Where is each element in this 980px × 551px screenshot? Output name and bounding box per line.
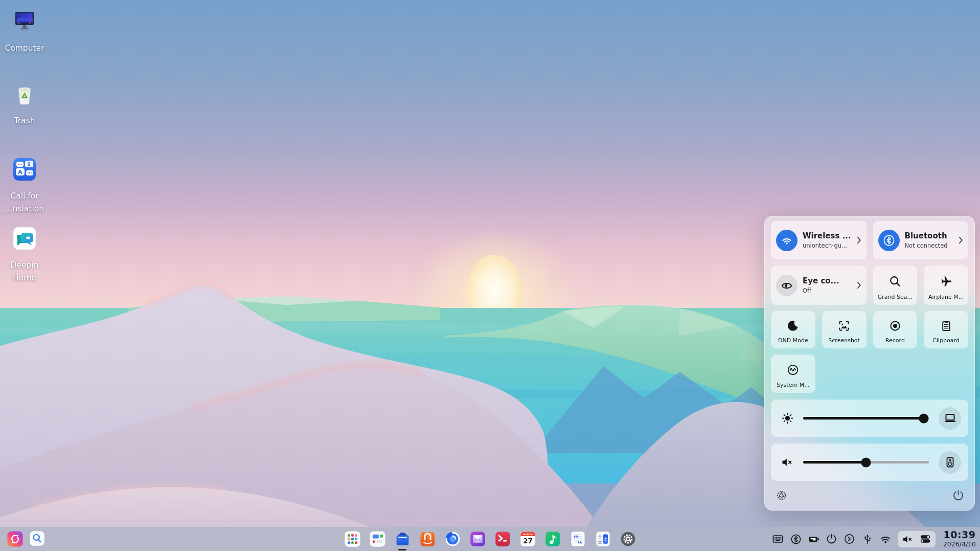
clock-time: 10:39 — [943, 530, 976, 540]
record-icon — [888, 311, 902, 337]
wireless-network-name: uniontech-gu... — [803, 242, 852, 249]
wifi-icon — [776, 230, 797, 251]
desktop-icon-call-for-translation[interactable]: 文 A Call for...nslation — [6, 157, 43, 215]
screenshot-tile[interactable]: Screenshot — [822, 311, 867, 348]
dock-item-control-center[interactable] — [620, 531, 636, 547]
browser-icon — [444, 531, 461, 547]
dock-item-file-manager[interactable] — [394, 531, 411, 547]
eye-comfort-status: Off — [803, 287, 852, 294]
dock-item-calculator[interactable] — [595, 531, 611, 547]
desktop: Computer Trash 文 A Call f — [0, 0, 980, 551]
dock-left — [7, 527, 46, 551]
bluetooth-card[interactable]: Bluetooth Not connected — [873, 221, 969, 259]
taskbar: MARCH 27 — [0, 527, 980, 551]
desktop-icon-trash[interactable]: Trash — [6, 81, 43, 127]
grand-search-tile[interactable]: Grand Sea... — [873, 266, 918, 305]
brightness-slider-thumb[interactable] — [919, 413, 929, 423]
deepin-home-icon — [12, 226, 37, 251]
dock-item-multitasking-view[interactable] — [369, 531, 386, 547]
dock-item-music[interactable] — [544, 531, 561, 547]
dock-item-mail[interactable] — [469, 531, 486, 547]
screenshot-icon — [837, 311, 851, 337]
calendar-icon: MARCH 27 — [519, 531, 536, 547]
power-icon — [952, 490, 964, 501]
desktop-icon-label: DeepinHome — [11, 259, 39, 284]
moon-icon — [786, 311, 800, 337]
multitasking-view-icon — [369, 531, 386, 547]
dock-item-text-editor[interactable] — [569, 531, 586, 547]
desktop-icon-computer[interactable]: Computer — [6, 9, 43, 55]
sound-output-button[interactable] — [939, 451, 961, 474]
clipboard-icon — [939, 311, 953, 337]
clock[interactable]: 10:39 2026/4/10 — [943, 530, 976, 548]
power-tray-icon[interactable] — [826, 534, 837, 545]
speaker-icon — [944, 456, 956, 469]
computer-icon — [12, 9, 37, 34]
search-icon — [888, 266, 902, 294]
volume-muted-icon — [781, 455, 794, 469]
dock-item-terminal[interactable] — [494, 531, 511, 547]
record-tile[interactable]: Record — [873, 311, 918, 348]
volume-slider[interactable] — [803, 461, 929, 464]
svg-text:A: A — [18, 169, 22, 175]
shutdown-button[interactable] — [951, 489, 965, 502]
desktop-icon-label: Call for...nslation — [5, 190, 44, 215]
wifi-tray-icon[interactable] — [880, 534, 891, 545]
wireless-title: Wireless ... — [803, 231, 852, 240]
music-icon — [544, 531, 561, 547]
clock-date: 2026/4/10 — [943, 541, 976, 548]
control-center-panel: Wireless ... uniontech-gu... Bluetooth N… — [764, 216, 975, 511]
control-center-footer — [765, 489, 974, 502]
dock-item-grand-search[interactable] — [29, 531, 46, 547]
system-monitor-tile[interactable]: System M... — [771, 355, 815, 393]
eye-comfort-title: Eye co... — [803, 276, 852, 285]
usb-icon[interactable] — [862, 534, 873, 545]
running-indicator — [398, 549, 406, 551]
calculator-icon — [595, 531, 611, 547]
dock-item-uos-ai[interactable] — [7, 531, 24, 547]
settings-button[interactable] — [774, 489, 788, 502]
chevron-right-icon — [857, 236, 861, 244]
wireless-card[interactable]: Wireless ... uniontech-gu... — [771, 221, 867, 259]
bluetooth-tray-icon[interactable] — [790, 534, 802, 545]
translation-icon: 文 A — [12, 157, 37, 182]
dock-item-browser[interactable] — [444, 531, 461, 547]
desktop-icon-label: Trash — [14, 115, 35, 127]
control-center-gear-icon — [620, 531, 636, 547]
dock-item-launcher[interactable] — [344, 531, 361, 547]
brightness-slider-card — [771, 400, 968, 437]
trash-icon — [12, 81, 37, 107]
airplane-icon — [939, 266, 953, 294]
chevron-right-icon — [959, 236, 963, 244]
mail-icon — [469, 531, 486, 547]
expand-tray-icon[interactable] — [844, 534, 855, 545]
battery-icon[interactable] — [808, 534, 819, 545]
brightness-slider[interactable] — [803, 417, 929, 420]
keyboard-layout-icon[interactable] — [772, 534, 784, 545]
volume-muted-tray-icon[interactable] — [902, 534, 914, 545]
volume-slider-card — [771, 444, 968, 481]
airplane-mode-tile[interactable]: Airplane M... — [924, 266, 968, 305]
terminal-icon — [494, 531, 511, 547]
dock-center: MARCH 27 — [344, 527, 636, 551]
system-monitor-icon — [786, 355, 800, 382]
gear-icon — [776, 490, 787, 501]
volume-slider-thumb[interactable] — [861, 457, 871, 467]
uos-ai-icon — [7, 531, 24, 547]
file-manager-icon — [394, 531, 411, 547]
quick-settings-grid: Wireless ... uniontech-gu... Bluetooth N… — [765, 216, 974, 393]
chevron-right-icon — [857, 281, 861, 289]
clipboard-tile[interactable]: Clipboard — [924, 311, 968, 348]
tray-active-group — [898, 531, 936, 547]
text-editor-icon — [569, 531, 586, 547]
launcher-icon — [344, 531, 361, 547]
system-tray: 10:39 2026/4/10 — [772, 527, 976, 551]
dock-item-app-store[interactable] — [419, 531, 436, 547]
control-toggles-icon[interactable] — [920, 534, 931, 545]
display-settings-button[interactable] — [939, 407, 961, 430]
desktop-icon-deepin-home[interactable]: DeepinHome — [6, 226, 43, 284]
dock-item-calendar[interactable]: MARCH 27 — [519, 531, 536, 547]
eye-comfort-card[interactable]: Eye co... Off — [771, 266, 867, 305]
eye-comfort-icon — [776, 275, 797, 296]
dnd-mode-tile[interactable]: DND Mode — [771, 311, 815, 348]
